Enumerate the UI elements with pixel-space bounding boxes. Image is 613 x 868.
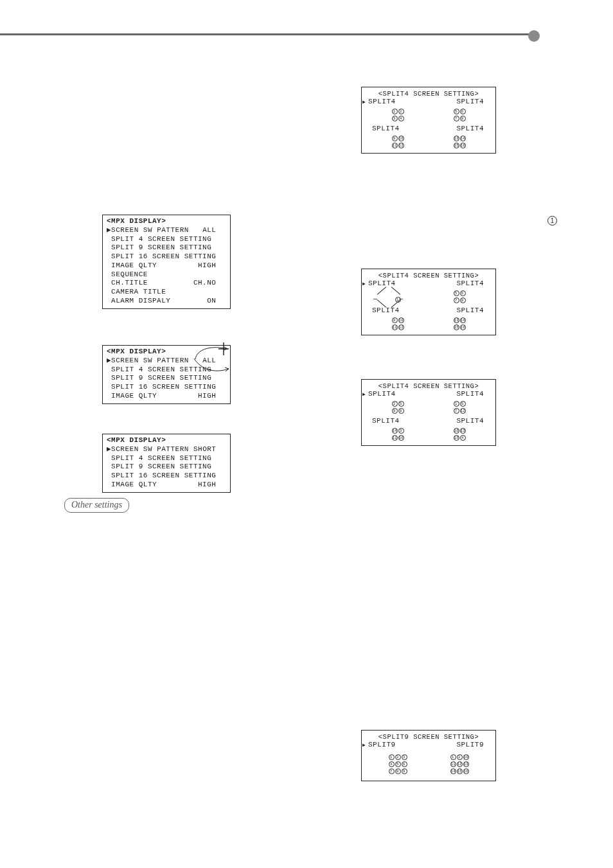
quad-label: SPLIT9 <box>456 741 484 748</box>
menu-line: ALARM DISPALY ON <box>107 297 216 305</box>
annotation-arrow-2 <box>190 356 235 382</box>
ch-num: 2 <box>398 109 404 114</box>
ch-num: 12 <box>457 761 463 767</box>
quad-label: SPLIT9 <box>368 741 396 748</box>
ch-num: 12 <box>398 324 404 330</box>
quad: 1013 154 <box>434 427 485 441</box>
ch-num: 13 <box>454 317 459 323</box>
menu-line: SPLIT 16 SCREEN SETTING <box>107 252 216 260</box>
ch-num: 3 <box>402 754 407 760</box>
split4-screen-setting-b: <SPLIT4 SCREEN SETTING> SPLIT4 SPLIT4 — … <box>361 269 496 335</box>
ch-num: 6 <box>460 109 466 114</box>
ch-num: 10 <box>463 754 469 760</box>
ch-num: 9 <box>392 317 398 323</box>
ch-num: 14 <box>392 428 398 434</box>
menu-line: ▶SCREEN SW PATTERN ALL <box>107 226 216 234</box>
menu-title: <MPX DISPLAY> <box>107 436 166 444</box>
grid-title: <SPLIT4 SCREEN SETTING> <box>367 90 490 98</box>
ch-num: 8 <box>398 408 404 414</box>
menu-line: ▶SCREEN SW PATTERN SHORT <box>107 445 216 453</box>
ch-num: 16 <box>460 324 466 330</box>
split4-screen-setting-c: <SPLIT4 SCREEN SETTING> SPLIT4 SPLIT4 25… <box>361 379 496 446</box>
ch-num: 13 <box>463 761 469 767</box>
ch-num: 5 <box>398 401 404 407</box>
menu-title: <MPX DISPLAY> <box>107 217 166 225</box>
other-settings-heading: Other settings <box>64 498 129 513</box>
ch-num: 16 <box>463 768 469 774</box>
menu-line: IMAGE QLTY HIGH <box>107 481 216 488</box>
ch-num: 8 <box>460 297 466 303</box>
menu-line: SPLIT 9 SCREEN SETTING <box>107 244 211 251</box>
grid-title: <SPLIT9 SCREEN SETTING> <box>367 733 490 741</box>
ch-num: 16 <box>460 143 466 148</box>
ch-num: 7 <box>454 116 459 121</box>
page-rule <box>0 33 538 35</box>
ch-num: 4 <box>389 761 395 767</box>
quad-label: SPLIT4 <box>456 98 484 105</box>
ch-num: 2 <box>395 754 401 760</box>
ch-num: 2 <box>392 401 398 407</box>
ch-num: 1 <box>454 401 459 407</box>
menu-line: CAMERA TITLE <box>107 288 166 296</box>
quad: 910 1112 <box>372 134 423 148</box>
grid-title: <SPLIT4 SCREEN SETTING> <box>367 272 490 279</box>
split9-screen-setting: <SPLIT9 SCREEN SETTING> SPLIT9 SPLIT9 12… <box>361 730 496 781</box>
ch-num: 4 <box>460 435 466 441</box>
ch-num: 5 <box>395 761 401 767</box>
ch-num: 14 <box>460 136 466 141</box>
split4-screen-setting-a: <SPLIT4 SCREEN SETTING> SPLIT4 SPLIT4 12… <box>361 87 496 154</box>
ch-num: 8 <box>460 116 466 121</box>
ch-num: 13 <box>460 428 466 434</box>
ch-num: 1 <box>389 754 395 760</box>
ch-num: 10 <box>454 428 459 434</box>
ch-num: 9 <box>392 136 398 141</box>
ch-num: 16 <box>398 435 404 441</box>
quad: 16 712 <box>434 400 485 414</box>
menu-line: SEQUENCE <box>107 270 148 278</box>
ch-num: 2 <box>457 754 463 760</box>
ch-num: 15 <box>457 768 463 774</box>
ch-num: 15 <box>454 143 459 148</box>
arrow-right-icon: — <box>399 296 404 303</box>
ch-num: 12 <box>398 143 404 148</box>
ch-num: 10 <box>398 136 404 141</box>
ch-num: 6 <box>460 290 466 296</box>
quad-label: SPLIT4 <box>368 98 396 105</box>
ch-num: 11 <box>450 761 456 767</box>
nine-grid: 123 456 789 <box>372 753 423 774</box>
ch-num: 7 <box>389 768 395 774</box>
ch-num: 4 <box>398 116 404 121</box>
menu-line: SPLIT 4 SCREEN SETTING <box>107 235 211 243</box>
quad-label: SPLIT4 <box>372 417 400 425</box>
ch-num: 1 <box>392 109 398 114</box>
quad: 1314 1516 <box>434 316 485 330</box>
menu-title: <MPX DISPLAY> <box>107 348 166 355</box>
quad-label: SPLIT4 <box>372 125 400 132</box>
ch-num: 3 <box>398 428 404 434</box>
ch-num: 14 <box>450 768 456 774</box>
page-rule-dot <box>528 30 540 42</box>
ch-num: 9 <box>392 408 398 414</box>
step-marker-1: 1 <box>547 216 557 226</box>
quad-label: SPLIT4 <box>456 390 484 398</box>
menu-line: SPLIT 16 SCREEN SETTING <box>107 383 216 391</box>
quad: 910 1112 <box>372 316 423 330</box>
grid-title: <SPLIT4 SCREEN SETTING> <box>367 382 490 390</box>
quad: 1314 1516 <box>434 134 485 148</box>
menu-line: SPLIT 16 SCREEN SETTING <box>107 472 216 479</box>
ch-num: 15 <box>454 324 459 330</box>
nine-grid: 1210 111213 141516 <box>434 753 485 774</box>
ch-num: 6 <box>460 401 466 407</box>
ch-num: 1 <box>450 754 456 760</box>
mpx-display-menu-full: <MPX DISPLAY> ▶SCREEN SW PATTERN ALL SPL… <box>102 215 231 309</box>
ch-num: 3 <box>392 116 398 121</box>
quad: 56 78 <box>434 289 485 303</box>
mpx-display-menu-short: <MPX DISPLAY> ▶SCREEN SW PATTERN SHORT S… <box>102 434 231 493</box>
quad: 12 34 <box>372 107 423 121</box>
quad-label: SPLIT4 <box>456 417 484 425</box>
ch-num: 5 <box>454 290 459 296</box>
ch-num: 11 <box>392 435 398 441</box>
ch-num: 15 <box>454 435 459 441</box>
quad-label: SPLIT4 <box>456 306 484 314</box>
menu-line: IMAGE QLTY HIGH <box>107 261 216 269</box>
